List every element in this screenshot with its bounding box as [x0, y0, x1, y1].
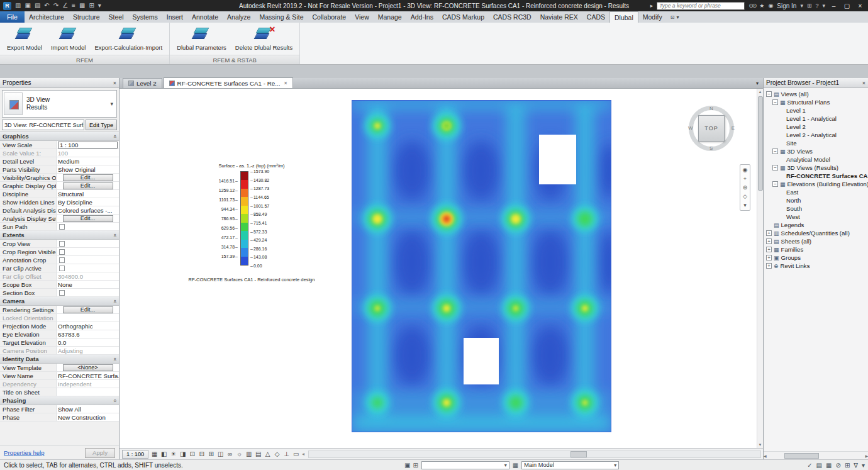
property-value[interactable]: Medium [57, 157, 119, 165]
property-value[interactable]: 63783.6 [57, 330, 119, 338]
tree-item-south[interactable]: South [764, 204, 868, 213]
design-option-combobox[interactable]: Main Model ▾ [521, 461, 619, 469]
workset-list-icon[interactable]: ⊞ [413, 462, 418, 469]
ribbon-tab-collaborate[interactable]: Collaborate [308, 11, 350, 23]
print-icon[interactable]: ▤ [35, 3, 40, 9]
slab-opening[interactable] [539, 135, 576, 184]
view-tab-rf-concrete-surfaces-ca1-re[interactable]: RF-CONCRETE Surfaces CA1 - Re...× [164, 77, 293, 88]
tree-item-elevations-building-elevation[interactable]: −▦Elevations (Building Elevation) [764, 180, 868, 188]
tree-item-level-1-analytical[interactable]: Level 1 - Analytical [764, 115, 868, 123]
redo-icon[interactable]: ↷ [53, 3, 58, 9]
tree-item-north[interactable]: North [764, 196, 868, 204]
tree-item-rf-concrete-surfaces-ca1[interactable]: RF-CONCRETE Surfaces CA1 - [764, 172, 868, 180]
properties-header[interactable]: Properties × [0, 78, 119, 88]
edit-button[interactable]: Edit... [63, 182, 113, 189]
section-header-phasing[interactable]: Phasing« [0, 396, 119, 405]
compass-east-label[interactable]: E [732, 125, 735, 131]
tree-item-east[interactable]: East [764, 188, 868, 196]
zoom-icon[interactable]: ⊕ [743, 183, 748, 192]
collapse-chevron-icon[interactable]: « [111, 299, 118, 303]
collapse-chevron-icon[interactable]: « [111, 357, 118, 361]
property-value[interactable]: RF-CONCRETE Surfa... [57, 372, 119, 379]
view-selector-combobox[interactable]: 3D View: RF-CONCRETE Surfa ▾ [2, 120, 84, 130]
tree-expander-icon[interactable]: + [766, 230, 772, 236]
tree-item-3d-views[interactable]: −▦3D Views [764, 147, 868, 155]
property-value[interactable]: Edit... [57, 182, 119, 189]
help-icon[interactable]: ? [815, 3, 818, 9]
sun-path-icon[interactable]: ☀ [169, 450, 177, 457]
project-browser-close-icon[interactable]: × [862, 80, 865, 86]
worksets-icon[interactable]: ▣ [404, 462, 410, 469]
search-input[interactable] [657, 2, 745, 10]
section-header-identity-data[interactable]: Identity Data« [0, 355, 119, 364]
tree-expander-icon[interactable]: − [772, 148, 778, 154]
ribbon-button-dlubal-parameters[interactable]: Dlubal Parameters [174, 24, 230, 52]
tree-item-groups[interactable]: +▣Groups [764, 254, 868, 262]
visual-style-icon[interactable]: ◧ [160, 450, 168, 457]
modify-dropdown-icon[interactable]: ▾ [676, 14, 679, 20]
crop-region-icon[interactable]: ⊞ [207, 450, 215, 457]
ribbon-tab-naviate-rex[interactable]: Naviate REX [536, 11, 582, 23]
worksets-status-icon[interactable]: ▤ [816, 462, 822, 469]
ribbon-tab-modify[interactable]: Modify [638, 11, 667, 23]
section-header-extents[interactable]: Extents« [0, 231, 119, 240]
ribbon-tab-add-ins[interactable]: Add-Ins [406, 11, 438, 23]
ribbon-button-import-model[interactable]: Import Model [48, 24, 89, 52]
close-tab-icon[interactable]: × [284, 80, 287, 86]
type-selector-dropdown-icon[interactable]: ▾ [110, 101, 115, 107]
horizontal-scrollbar[interactable] [308, 450, 761, 458]
ribbon-tab-dlubal[interactable]: Dlubal [609, 11, 638, 23]
tree-expander-icon[interactable]: + [766, 247, 772, 252]
collapse-chevron-icon[interactable]: « [111, 233, 118, 237]
ribbon-button-export-model[interactable]: Export Model [4, 24, 45, 52]
tree-item-analytical-model[interactable]: Analytical Model [764, 155, 868, 164]
tree-expander-icon[interactable]: + [766, 263, 772, 269]
checkbox[interactable] [59, 224, 65, 230]
ribbon-tab-manage[interactable]: Manage [374, 11, 406, 23]
ribbon-tab-cads-markup[interactable]: CADS Markup [438, 11, 489, 23]
temporary-view-properties-icon[interactable]: ▤ [254, 450, 262, 457]
worksharing-display-icon[interactable]: ▥ [245, 450, 253, 457]
property-value[interactable]: 304800.0 [57, 272, 119, 280]
shadows-icon[interactable]: ◨ [179, 450, 187, 457]
ribbon-tab-architecture[interactable]: Architecture [25, 11, 69, 23]
collapse-chevron-icon[interactable]: « [111, 399, 118, 402]
property-value[interactable] [57, 264, 119, 272]
drawing-canvas[interactable]: Surface - as. 1,-z (top) (mm²/m) RF-CONC… [120, 89, 763, 448]
collapse-chevron-icon[interactable]: « [111, 135, 118, 138]
tree-item-sheets-all[interactable]: +▤Sheets (all) [764, 237, 868, 245]
undo-icon[interactable]: ↶ [44, 3, 49, 9]
rendering-dialog-icon[interactable]: ⊡ [188, 450, 196, 457]
close-button[interactable]: × [855, 3, 865, 9]
property-value[interactable] [57, 256, 119, 264]
ribbon-button-delete-dlubal-results[interactable]: Delete Dlubal Results [232, 24, 296, 52]
property-value[interactable]: Independent [57, 380, 119, 388]
vertical-scrollbar-thumb[interactable] [758, 96, 763, 191]
view-tab-level-2[interactable]: Level 2 [123, 78, 162, 88]
property-value[interactable]: By Discipline [57, 198, 119, 206]
property-value[interactable] [57, 314, 119, 322]
modify-options-icon[interactable]: ⊡ [670, 14, 675, 20]
tree-expander-icon[interactable]: − [772, 165, 778, 171]
show-crop-icon[interactable]: ▭ [292, 450, 300, 457]
browser-scrollbar-thumb[interactable] [784, 453, 819, 459]
property-value[interactable]: Edit... [57, 306, 119, 313]
ribbon-tab-systems[interactable]: Systems [128, 11, 162, 23]
properties-close-icon[interactable]: × [113, 80, 116, 86]
tree-item-schedules-quantities-all[interactable]: +▥Schedules/Quantities (all) [764, 229, 868, 237]
property-value[interactable]: New Construction [57, 413, 119, 421]
scroll-down-icon[interactable]: ▼ [759, 442, 762, 448]
exclude-options-icon[interactable]: ⊘ [835, 462, 840, 469]
tree-item-views-all[interactable]: −▤Views (all) [764, 90, 868, 98]
property-value[interactable]: None [57, 281, 119, 288]
type-selector[interactable]: 3D View Results ▾ [2, 90, 117, 118]
analysis-results-heatmap[interactable] [352, 100, 611, 432]
scroll-up-icon[interactable]: ▲ [759, 89, 762, 95]
infocenter-collapse-icon[interactable]: ▸ [650, 3, 654, 9]
property-value[interactable]: <None> [57, 364, 119, 371]
viewcube[interactable]: N E S W TOP [686, 103, 737, 154]
ribbon-tab-analyze[interactable]: Analyze [223, 11, 255, 23]
reveal-constraints-icon[interactable]: ⊥ [282, 450, 291, 457]
viewcube-top-face[interactable]: TOP [698, 115, 725, 142]
tree-expander-icon[interactable]: − [772, 99, 778, 105]
